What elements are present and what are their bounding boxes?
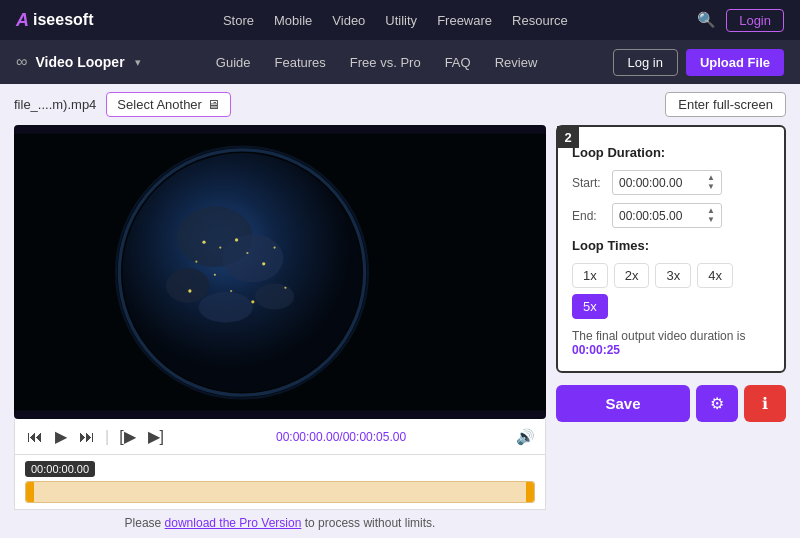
- loop-icon: ∞: [16, 53, 27, 71]
- svg-point-8: [202, 241, 205, 244]
- content-row: ⏮ ▶ ⏭ | [▶ ▶] 00:00:00.00/00:00:05.00 🔊 …: [0, 125, 800, 538]
- timeline-badge: 00:00:00.00: [25, 461, 95, 477]
- end-time-input[interactable]: 00:00:05.00 ▲ ▼: [612, 203, 722, 228]
- start-field-row: Start: 00:00:00.00 ▲ ▼: [572, 170, 770, 195]
- svg-point-7: [199, 292, 253, 322]
- second-nav-right: Log in Upload File: [613, 49, 784, 76]
- fullscreen-button[interactable]: Enter full-screen: [665, 92, 786, 117]
- current-time: 00:00:00.00: [276, 430, 339, 444]
- volume-button[interactable]: 🔊: [516, 428, 535, 446]
- svg-point-9: [219, 246, 221, 248]
- file-name: file_....m).mp4: [14, 97, 96, 112]
- end-spin-down[interactable]: ▼: [707, 216, 715, 224]
- end-field-row: End: 00:00:05.00 ▲ ▼: [572, 203, 770, 228]
- loop-start-button[interactable]: [▶: [117, 425, 137, 448]
- start-time-input[interactable]: 00:00:00.00 ▲ ▼: [612, 170, 722, 195]
- svg-point-4: [222, 235, 283, 283]
- skip-forward-button[interactable]: ⏭: [77, 426, 97, 448]
- end-label: End:: [572, 209, 612, 223]
- nav-store[interactable]: Store: [223, 13, 254, 28]
- loop-1x-button[interactable]: 1x: [572, 263, 608, 288]
- toolbar-left: file_....m).mp4 Select Another 🖥: [14, 92, 231, 117]
- loop-end-button[interactable]: ▶]: [146, 425, 166, 448]
- output-text: The final output video duration is 00:00…: [572, 329, 770, 357]
- nav-guide[interactable]: Guide: [216, 55, 251, 70]
- end-time-value: 00:00:05.00: [619, 209, 682, 223]
- earth-visualization: [14, 125, 546, 419]
- right-panel: 2 Loop Duration: Start: 00:00:00.00 ▲ ▼ …: [556, 125, 786, 530]
- pro-notice-suffix: to process without limits.: [301, 516, 435, 530]
- info-button[interactable]: ℹ: [744, 385, 786, 422]
- nav-freevspro[interactable]: Free vs. Pro: [350, 55, 421, 70]
- nav-video[interactable]: Video: [332, 13, 365, 28]
- svg-point-16: [251, 300, 254, 303]
- nav-utility[interactable]: Utility: [385, 13, 417, 28]
- start-label: Start:: [572, 176, 612, 190]
- tool-brand: ∞ Video Looper ▾: [16, 53, 141, 71]
- logo: A iseesoft: [16, 10, 93, 31]
- time-display: 00:00:00.00/00:00:05.00: [276, 430, 406, 444]
- chevron-down-icon: ▾: [135, 56, 141, 69]
- tool-title: Video Looper: [35, 54, 124, 70]
- loop-settings-box: 2 Loop Duration: Start: 00:00:00.00 ▲ ▼ …: [556, 125, 786, 373]
- control-buttons: ⏮ ▶ ⏭ | [▶ ▶]: [25, 425, 166, 448]
- search-icon[interactable]: 🔍: [697, 11, 716, 29]
- nav-features[interactable]: Features: [275, 55, 326, 70]
- svg-point-6: [255, 283, 294, 309]
- skip-back-button[interactable]: ⏮: [25, 426, 45, 448]
- svg-point-10: [235, 238, 238, 241]
- second-nav: ∞ Video Looper ▾ Guide Features Free vs.…: [0, 40, 800, 84]
- main-area: file_....m).mp4 Select Another 🖥 Enter f…: [0, 84, 800, 538]
- monitor-icon: 🖥: [207, 97, 220, 112]
- timeline-handle-right[interactable]: [526, 482, 534, 502]
- nav-review[interactable]: Review: [495, 55, 538, 70]
- second-login-button[interactable]: Log in: [613, 49, 678, 76]
- pro-notice-prefix: Please: [125, 516, 165, 530]
- logo-text: iseesoft: [33, 11, 93, 29]
- play-button[interactable]: ▶: [53, 425, 69, 448]
- nav-freeware[interactable]: Freeware: [437, 13, 492, 28]
- loop-4x-button[interactable]: 4x: [697, 263, 733, 288]
- start-time-spinner: ▲ ▼: [707, 174, 715, 191]
- top-login-button[interactable]: Login: [726, 9, 784, 32]
- start-spin-up[interactable]: ▲: [707, 174, 715, 182]
- select-another-button[interactable]: Select Another 🖥: [106, 92, 231, 117]
- timeline-handle-left[interactable]: [26, 482, 34, 502]
- loop-3x-button[interactable]: 3x: [655, 263, 691, 288]
- gear-icon: ⚙: [710, 394, 724, 413]
- svg-point-13: [214, 274, 216, 276]
- separator: |: [105, 428, 109, 446]
- loop-duration-title: Loop Duration:: [572, 145, 770, 160]
- loop-2x-button[interactable]: 2x: [614, 263, 650, 288]
- loop-times-row: 1x 2x 3x 4x 5x: [572, 263, 770, 319]
- timeline-track[interactable]: [25, 481, 535, 503]
- svg-point-5: [166, 268, 209, 303]
- settings-button[interactable]: ⚙: [696, 385, 738, 422]
- output-time: 00:00:25: [572, 343, 620, 357]
- info-icon: ℹ: [762, 394, 768, 413]
- svg-point-18: [195, 261, 197, 263]
- output-prefix: The final output video duration is: [572, 329, 745, 343]
- second-nav-links: Guide Features Free vs. Pro FAQ Review: [216, 55, 537, 70]
- box-number: 2: [557, 126, 579, 148]
- svg-point-17: [230, 290, 232, 292]
- svg-point-19: [273, 246, 275, 248]
- end-spin-up[interactable]: ▲: [707, 207, 715, 215]
- nav-mobile[interactable]: Mobile: [274, 13, 312, 28]
- loop-times-title: Loop Times:: [572, 238, 770, 253]
- save-button[interactable]: Save: [556, 385, 690, 422]
- loop-5x-button[interactable]: 5x: [572, 294, 608, 319]
- upload-file-button[interactable]: Upload File: [686, 49, 784, 76]
- video-preview: [14, 125, 546, 419]
- logo-a: A: [16, 10, 29, 31]
- nav-faq[interactable]: FAQ: [445, 55, 471, 70]
- start-spin-down[interactable]: ▼: [707, 183, 715, 191]
- timeline-area: 00:00:00.00: [14, 455, 546, 510]
- end-time-spinner: ▲ ▼: [707, 207, 715, 224]
- svg-point-12: [262, 262, 265, 265]
- start-time-value: 00:00:00.00: [619, 176, 682, 190]
- nav-resource[interactable]: Resource: [512, 13, 568, 28]
- video-panel: ⏮ ▶ ⏭ | [▶ ▶] 00:00:00.00/00:00:05.00 🔊 …: [14, 125, 546, 530]
- save-row: Save ⚙ ℹ: [556, 385, 786, 422]
- pro-version-link[interactable]: download the Pro Version: [165, 516, 302, 530]
